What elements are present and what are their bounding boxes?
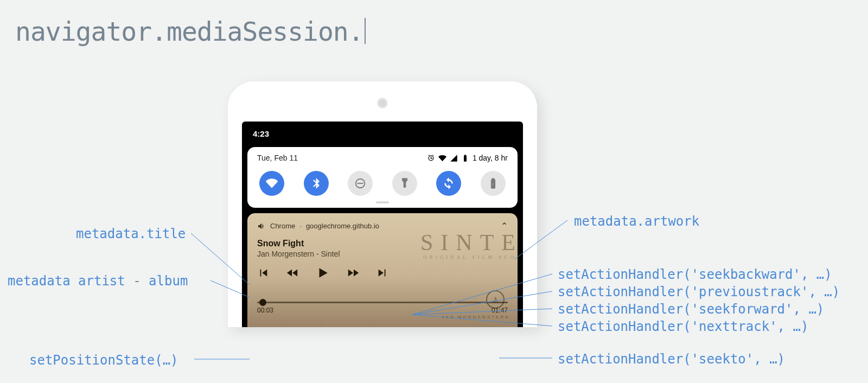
bluetooth-icon bbox=[310, 177, 322, 189]
play-button[interactable] bbox=[316, 266, 330, 282]
toggle-bluetooth[interactable] bbox=[304, 171, 329, 196]
progress-thumb-icon[interactable] bbox=[259, 299, 266, 306]
label-previoustrack: setActionHandler('previoustrack', …) bbox=[558, 284, 840, 299]
header-code-text: navigator.mediaSession. bbox=[15, 16, 363, 47]
phone-mockup: 4:23 Tue, Feb 11 1 day, 8 hr bbox=[228, 81, 537, 327]
label-metadata-artwork: metadata.artwork bbox=[574, 214, 699, 229]
phone-screen: 4:23 Tue, Feb 11 1 day, 8 hr bbox=[242, 122, 523, 327]
media-origin: googlechrome.github.io bbox=[306, 222, 379, 230]
dnd-icon bbox=[354, 177, 366, 189]
qs-date: Tue, Feb 11 bbox=[257, 154, 298, 162]
media-separator: · bbox=[299, 222, 302, 230]
next-track-icon bbox=[376, 267, 388, 279]
phone-body: 4:23 Tue, Feb 11 1 day, 8 hr bbox=[228, 81, 537, 327]
seek-forward-button[interactable] bbox=[347, 267, 359, 281]
label-metadata-title: metadata.title bbox=[76, 226, 186, 241]
status-bar: 4:23 bbox=[242, 122, 523, 144]
media-app-name: Chrome bbox=[270, 222, 295, 230]
flashlight-icon bbox=[399, 177, 411, 189]
duration-time: 01:47 bbox=[492, 307, 508, 314]
artwork-credit: JAN MORGENSTERN bbox=[442, 315, 510, 320]
play-icon bbox=[316, 266, 330, 280]
phone-speaker-icon bbox=[377, 98, 388, 108]
volume-icon bbox=[257, 222, 266, 231]
battery-icon bbox=[461, 154, 469, 162]
quick-settings-header: Tue, Feb 11 1 day, 8 hr bbox=[257, 154, 508, 162]
quick-settings-panel: Tue, Feb 11 1 day, 8 hr bbox=[247, 147, 518, 208]
previous-track-icon bbox=[257, 267, 269, 279]
qs-battery-text: 1 day, 8 hr bbox=[473, 154, 508, 162]
previous-track-button[interactable] bbox=[257, 267, 269, 281]
label-artist-dash: - bbox=[125, 273, 149, 289]
toggle-wifi[interactable] bbox=[259, 171, 284, 196]
toggle-battery-saver[interactable] bbox=[481, 171, 506, 196]
label-seekforward: setActionHandler('seekforward', …) bbox=[558, 302, 824, 317]
toggle-dnd[interactable] bbox=[348, 171, 373, 196]
autorotate-icon bbox=[443, 177, 455, 189]
media-progress[interactable]: 00:03 01:47 bbox=[257, 302, 508, 314]
elapsed-time: 00:03 bbox=[257, 307, 273, 314]
next-track-button[interactable] bbox=[376, 267, 388, 281]
label-metadata-artist-album: metadata artist - album bbox=[8, 273, 188, 289]
battery-saver-icon bbox=[487, 177, 499, 189]
label-set-position-state: setPositionState(…) bbox=[29, 353, 178, 368]
status-clock: 4:23 bbox=[253, 129, 269, 138]
label-artist-prefix: metadata artist bbox=[8, 273, 125, 289]
media-notification: ORIGINAL FILM SCO Chrome · googlechrome.… bbox=[247, 213, 518, 327]
label-seekto: setActionHandler('seekto', …) bbox=[558, 352, 785, 367]
label-nexttrack: setActionHandler('nexttrack', …) bbox=[558, 319, 808, 334]
label-artist-suffix: album bbox=[149, 273, 188, 289]
qs-drag-handle-icon[interactable] bbox=[376, 201, 389, 203]
toggle-flashlight[interactable] bbox=[392, 171, 417, 196]
artwork-subtitle-ghost: ORIGINAL FILM SCO bbox=[423, 254, 516, 260]
media-header: Chrome · googlechrome.github.io ⌃ bbox=[257, 221, 508, 231]
seek-backward-button[interactable] bbox=[286, 267, 298, 281]
page-header-code: navigator.mediaSession. bbox=[15, 16, 366, 47]
media-controls bbox=[257, 266, 508, 282]
wifi-status-icon bbox=[438, 154, 446, 162]
wifi-icon bbox=[266, 177, 278, 189]
qs-status-icons: 1 day, 8 hr bbox=[427, 154, 508, 162]
alarm-icon bbox=[427, 154, 435, 162]
qs-toggles bbox=[257, 171, 508, 196]
expand-icon[interactable]: ⌃ bbox=[501, 221, 508, 231]
seek-backward-icon bbox=[286, 267, 298, 279]
seek-forward-icon bbox=[347, 267, 359, 279]
signal-icon bbox=[450, 154, 458, 162]
text-cursor-icon bbox=[365, 18, 366, 44]
progress-track bbox=[257, 302, 508, 303]
progress-times: 00:03 01:47 bbox=[257, 307, 508, 314]
media-title: Snow Fight bbox=[257, 239, 508, 248]
label-seekbackward: setActionHandler('seekbackward', …) bbox=[558, 267, 832, 282]
toggle-autorotate[interactable] bbox=[436, 171, 461, 196]
